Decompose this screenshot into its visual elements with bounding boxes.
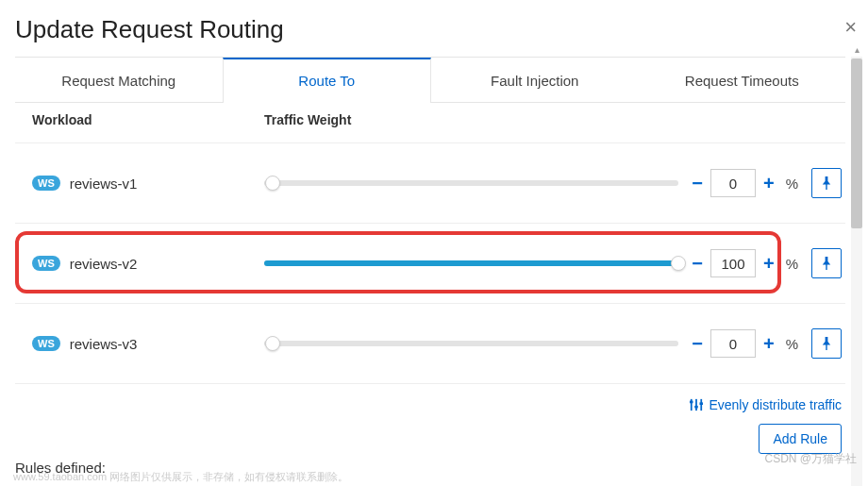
weight-input[interactable]: [710, 249, 756, 277]
scrollbar[interactable]: ▴: [851, 57, 862, 486]
table-row: WS reviews-v2 − + %: [15, 223, 845, 303]
pin-icon: [821, 176, 832, 190]
workload-name: reviews-v1: [70, 176, 138, 192]
svg-rect-3: [690, 401, 693, 404]
decrement-button[interactable]: −: [688, 174, 707, 193]
column-workload: Workload: [32, 112, 264, 127]
lock-button[interactable]: [811, 248, 842, 278]
percent-label: %: [782, 176, 802, 192]
workload-badge: WS: [32, 176, 60, 191]
evenly-distribute-label: Evenly distribute traffic: [709, 397, 842, 412]
weight-slider[interactable]: [264, 341, 678, 346]
svg-rect-4: [695, 406, 699, 409]
scrollbar-thumb[interactable]: [851, 59, 862, 228]
workload-badge: WS: [32, 336, 60, 351]
workload-badge: WS: [32, 256, 60, 271]
sliders-icon: [690, 398, 703, 411]
close-icon[interactable]: ×: [844, 17, 857, 38]
slider-thumb[interactable]: [265, 176, 280, 191]
tab-bar: Request Matching Route To Fault Injectio…: [15, 58, 845, 103]
weight-slider[interactable]: [264, 180, 678, 186]
page-title: Update Request Routing: [15, 15, 849, 44]
decrement-button[interactable]: −: [688, 254, 707, 273]
svg-rect-5: [700, 402, 704, 405]
tab-request-matching[interactable]: Request Matching: [15, 58, 223, 102]
percent-label: %: [782, 336, 802, 352]
slider-thumb[interactable]: [671, 256, 686, 271]
lock-button[interactable]: [811, 328, 842, 359]
csdn-watermark: CSDN @万猫学社: [764, 451, 857, 467]
column-headers: Workload Traffic Weight: [15, 103, 845, 142]
increment-button[interactable]: +: [760, 174, 778, 193]
weight-input[interactable]: [710, 169, 756, 197]
percent-label: %: [782, 256, 802, 272]
increment-button[interactable]: +: [760, 254, 778, 273]
weight-input[interactable]: [710, 329, 756, 358]
tab-route-to[interactable]: Route To: [223, 58, 432, 103]
weight-slider[interactable]: [264, 260, 678, 266]
column-traffic-weight: Traffic Weight: [264, 112, 845, 127]
scrollbar-up-arrow[interactable]: ▴: [851, 43, 862, 57]
add-rule-button[interactable]: Add Rule: [759, 424, 842, 454]
tab-fault-injection[interactable]: Fault Injection: [431, 58, 639, 102]
taobao-watermark: www.59.taoban.com 网络图片仅供展示，非存储，如有侵权请联系删除…: [13, 470, 348, 484]
workload-name: reviews-v3: [70, 336, 138, 352]
table-row: WS reviews-v1 − + %: [15, 142, 845, 223]
lock-button[interactable]: [811, 168, 842, 198]
evenly-distribute-button[interactable]: Evenly distribute traffic: [15, 397, 842, 412]
pin-icon: [821, 337, 832, 350]
tab-request-timeouts[interactable]: Request Timeouts: [639, 58, 846, 102]
workload-name: reviews-v2: [70, 256, 138, 272]
svg-rect-1: [696, 399, 698, 411]
pin-icon: [821, 257, 832, 270]
increment-button[interactable]: +: [760, 334, 778, 353]
decrement-button[interactable]: −: [688, 334, 707, 353]
slider-thumb[interactable]: [265, 336, 280, 351]
table-row: WS reviews-v3 − + %: [15, 303, 845, 383]
